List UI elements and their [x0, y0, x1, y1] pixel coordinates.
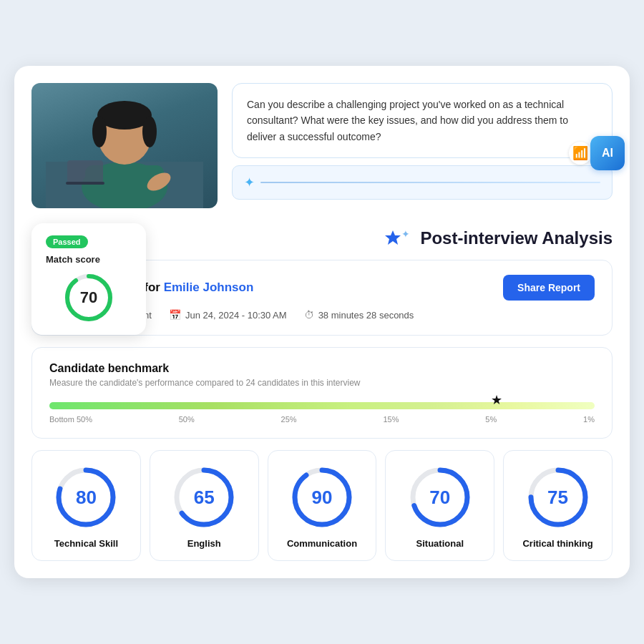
score-circle-wrap: 70	[46, 272, 132, 323]
score-label-2: Communication	[287, 538, 357, 549]
input-line	[260, 182, 600, 183]
scores-grid: 80 Technical Skill 65 English 90 Communi…	[31, 450, 613, 561]
top-section: Can you describe a challenging project y…	[31, 83, 613, 208]
main-card: Can you describe a challenging project y…	[14, 66, 630, 578]
score-circle: 70	[63, 272, 114, 323]
svg-marker-13	[385, 230, 401, 245]
benchmark-label-0: Bottom 50%	[49, 415, 92, 424]
score-donut-4: 75	[526, 465, 590, 530]
score-card-0: 80 Technical Skill	[31, 450, 141, 561]
benchmark-bar	[49, 402, 595, 409]
share-report-button[interactable]: Share Report	[503, 275, 595, 301]
match-score-value: 70	[80, 288, 97, 307]
passed-badge: Passed	[46, 235, 88, 248]
benchmark-star: ★	[491, 392, 502, 408]
question-text: Can you describe a challenging project y…	[247, 99, 568, 142]
question-bubble: Can you describe a challenging project y…	[232, 83, 613, 158]
svg-rect-10	[66, 182, 104, 185]
score-card-4: 75 Critical thinking	[503, 450, 613, 561]
input-bar: ✦	[232, 165, 613, 200]
sparkle-icon: ✦	[244, 175, 255, 190]
benchmark-subtitle: Measure the candidate's performance comp…	[49, 378, 595, 388]
score-card-1: 65 English	[150, 450, 259, 561]
svg-rect-9	[67, 160, 103, 183]
analysis-star-icon: ✦	[383, 228, 413, 248]
score-value-4: 75	[547, 487, 568, 509]
candidate-silhouette	[46, 83, 203, 208]
benchmark-label-3: 15%	[383, 415, 399, 424]
score-label-0: Technical Skill	[54, 538, 118, 549]
question-area: Can you describe a challenging project y…	[232, 83, 613, 200]
candidate-photo	[31, 83, 218, 208]
score-value-3: 70	[429, 487, 450, 509]
score-donut-3: 70	[408, 465, 472, 530]
score-value-2: 90	[312, 487, 333, 509]
analysis-title: Post-interview Analysis	[420, 228, 613, 248]
score-card-2: 90 Communication	[268, 450, 377, 561]
score-card-3: 70 Situational	[385, 450, 494, 561]
wifi-icon: 📶	[569, 142, 592, 165]
svg-point-6	[92, 116, 107, 147]
score-donut-1: 65	[172, 465, 236, 530]
report-duration-item: ⏱ 38 minutes 28 seconds	[304, 309, 414, 321]
report-date: Jun 24, 2024 - 10:30 AM	[185, 310, 287, 321]
score-donut-0: 80	[54, 465, 118, 530]
score-label-4: Critical thinking	[522, 538, 592, 549]
benchmark-title: Candidate benchmark	[49, 362, 595, 375]
benchmark-bar-wrap: ★	[49, 402, 595, 409]
calendar-icon: 📅	[169, 309, 181, 321]
svg-point-7	[142, 116, 157, 147]
score-donut-2: 90	[290, 465, 354, 530]
match-score-label: Match score	[46, 254, 132, 265]
score-value-1: 65	[194, 487, 215, 509]
benchmark-card: Candidate benchmark Measure the candidat…	[31, 347, 613, 439]
report-duration: 38 minutes 28 seconds	[318, 310, 414, 321]
benchmark-labels: Bottom 50% 50% 25% 15% 5% 1%	[49, 415, 595, 424]
score-label-1: English	[187, 538, 221, 549]
score-label-3: Situational	[416, 538, 464, 549]
benchmark-label-5: 1%	[583, 415, 595, 424]
benchmark-label-1: 50%	[179, 415, 195, 424]
ai-badge: AI	[590, 136, 625, 170]
benchmark-label-2: 25%	[281, 415, 297, 424]
score-value-0: 80	[76, 487, 97, 509]
report-date-item: 📅 Jun 24, 2024 - 10:30 AM	[169, 309, 287, 321]
benchmark-label-4: 5%	[485, 415, 497, 424]
clock-icon: ⏱	[304, 309, 314, 321]
match-score-card: Passed Match score 70	[31, 223, 146, 335]
